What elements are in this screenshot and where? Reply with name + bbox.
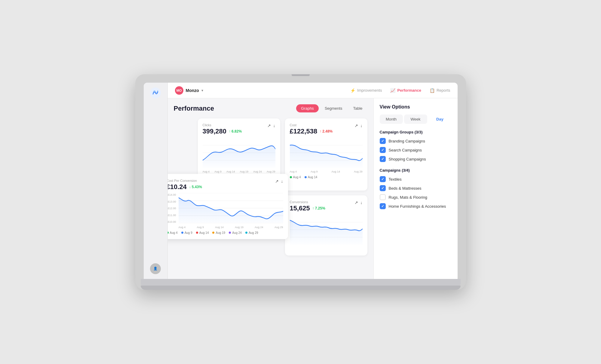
legend-aug29: Aug 29	[245, 231, 258, 234]
conversions-expand-button[interactable]: ↗	[354, 200, 358, 205]
y-label-3: £11.00	[168, 213, 176, 216]
checkbox-branding[interactable]: ✓ Branding Campaigns	[380, 138, 452, 144]
conversions-card: Conversions 15,625 ↑ 7.25%	[285, 195, 367, 255]
cost-value: £122,538	[290, 127, 317, 135]
cost-arrow-icon: ↑	[320, 129, 321, 133]
cost-chart-svg	[290, 138, 363, 168]
performance-title: Performance	[174, 105, 214, 112]
conversions-value-row: 15,625 ↑ 7.25%	[290, 204, 325, 212]
view-options-title: View Options	[380, 104, 452, 110]
sidebar-logo	[150, 87, 161, 99]
cost-legend-1: Aug 4	[290, 176, 301, 179]
cost-legend-2: Aug 14	[305, 176, 317, 179]
cpc-change-value: 5.43%	[192, 185, 202, 189]
tab-graphs[interactable]: Graphs	[296, 104, 319, 112]
checkbox-branding-label: Branding Campaigns	[389, 139, 425, 143]
user-avatar[interactable]: 👤	[150, 263, 161, 274]
cost-header: Cost £122,538 ↑ 2.48%	[290, 123, 363, 135]
laptop-base	[141, 279, 461, 286]
checkbox-beds-label: Beds & Mattresses	[389, 186, 422, 191]
nav-items: ⚡ Improvements 📈 Performance 📋 Reports	[350, 88, 450, 93]
cost-card: Cost £122,538 ↑ 2.48%	[285, 118, 367, 191]
clicks-header: Clicks 399,280 ↑ 6.82%	[203, 123, 275, 135]
sidebar: 👤	[144, 83, 168, 279]
checkbox-textiles-box: ✓	[380, 176, 386, 182]
tab-segments[interactable]: Segments	[320, 104, 347, 112]
y-label-2: £12.00	[168, 207, 176, 210]
checkbox-shopping-label: Shopping Campaigns	[389, 157, 426, 161]
brand-pill[interactable]: MO Monzo ▾	[175, 86, 203, 95]
x-label-5: Aug 29	[274, 226, 283, 229]
cpc-y-axis: £14.00 £13.00 £12.00 £11.00 £10.00	[168, 193, 177, 223]
cpc-value: £10.24	[168, 183, 187, 191]
checkbox-beds-box: ✓	[380, 185, 386, 191]
checkbox-search[interactable]: ✓ Search Campaigns	[380, 147, 452, 153]
checkbox-branding-box: ✓	[380, 138, 386, 144]
cost-x-axis: Aug 4Aug 9Aug 14Aug 29	[290, 170, 363, 173]
checkbox-textiles-label: Textiles	[389, 177, 402, 182]
laptop-screen: 👤 MO Monzo ▾ ⚡ Improvements	[144, 83, 458, 279]
clicks-expand-button[interactable]: ↗	[267, 123, 271, 128]
checkbox-home[interactable]: ✓ Home Furnishings & Accessories	[380, 203, 452, 209]
conversions-label: Conversions	[290, 200, 325, 204]
brand-initials: MO	[175, 86, 183, 95]
checkbox-home-box: ✓	[380, 203, 386, 209]
tab-month[interactable]: Month	[380, 115, 403, 124]
checkbox-rugs[interactable]: Rugs, Mats & Flooring	[380, 194, 452, 200]
x-label-0: Aug 4	[179, 226, 186, 229]
charts-container: Cost Per Conversion £10.24 ↓ 5.43%	[174, 118, 367, 255]
tab-table[interactable]: Table	[348, 104, 367, 112]
x-label-1: Aug 9	[197, 226, 204, 229]
cost-expand-button[interactable]: ↗	[354, 123, 358, 128]
clicks-change: ↑ 6.82%	[229, 129, 242, 133]
checkmark-icon: ✓	[381, 139, 384, 143]
conversions-header: Conversions 15,625 ↑ 7.25%	[290, 200, 363, 212]
cpc-download-button[interactable]: ↓	[281, 179, 283, 184]
y-label-4: £10.00	[168, 220, 176, 223]
tab-day[interactable]: Day	[428, 115, 452, 124]
checkbox-beds[interactable]: ✓ Beds & Mattresses	[380, 185, 452, 191]
cost-value-row: £122,538 ↑ 2.48%	[290, 127, 333, 135]
cpc-value-row: £10.24 ↓ 5.43%	[168, 183, 202, 191]
nav-label-improvements: Improvements	[357, 88, 382, 93]
clicks-change-value: 6.82%	[232, 129, 242, 133]
clicks-value: 399,280	[203, 127, 227, 135]
conversions-download-button[interactable]: ↓	[360, 200, 363, 205]
x-label-4: Aug 24	[255, 226, 263, 229]
nav-item-reports[interactable]: 📋 Reports	[430, 88, 450, 93]
tab-week[interactable]: Week	[404, 115, 427, 124]
legend-aug24: Aug 24	[229, 231, 242, 234]
x-label-2: Aug 14	[215, 226, 224, 229]
charts-area: Performance Graphs Segments Table	[168, 98, 373, 279]
cost-change: ↑ 2.48%	[320, 129, 333, 133]
checkbox-home-label: Home Furnishings & Accessories	[389, 204, 446, 209]
checkbox-search-box: ✓	[380, 147, 386, 153]
checkbox-textiles[interactable]: ✓ Textiles	[380, 176, 452, 182]
cpc-change: ↓ 5.43%	[189, 185, 202, 189]
top-nav: MO Monzo ▾ ⚡ Improvements 📈 Performance	[168, 83, 458, 98]
cpc-expand-button[interactable]: ↗	[275, 179, 279, 184]
cpc-x-axis: Aug 4 Aug 9 Aug 14 Aug 19 Aug 24 Aug 29	[179, 226, 283, 229]
checkbox-shopping[interactable]: ✓ Shopping Campaigns	[380, 156, 452, 162]
clicks-download-button[interactable]: ↓	[273, 123, 275, 128]
content-area: Performance Graphs Segments Table	[168, 98, 458, 279]
clicks-actions: ↗ ↓	[267, 123, 275, 128]
brand-name: Monzo	[186, 88, 199, 93]
nav-label-performance: Performance	[397, 88, 421, 93]
cpc-actions: ↗ ↓	[275, 179, 283, 184]
checkmark-icon: ✓	[381, 186, 384, 190]
nav-item-performance[interactable]: 📈 Performance	[390, 88, 421, 93]
cpc-chart-wrapper: £14.00 £13.00 £12.00 £11.00 £10.00	[168, 193, 283, 229]
cost-download-button[interactable]: ↓	[360, 123, 363, 128]
y-label-1: £13.00	[168, 200, 176, 203]
checkmark-icon: ✓	[381, 204, 384, 208]
cost-label: Cost	[290, 123, 333, 127]
cost-actions: ↗ ↓	[354, 123, 363, 128]
laptop-notch	[292, 74, 310, 76]
conversions-change-value: 7.25%	[315, 206, 325, 210]
x-label-3: Aug 19	[235, 226, 244, 229]
campaign-groups-title: Campaign Groups (3/3)	[380, 130, 452, 134]
performance-header: Performance Graphs Segments Table	[174, 104, 367, 112]
nav-item-improvements[interactable]: ⚡ Improvements	[350, 88, 382, 93]
legend-aug9: Aug 9	[181, 231, 192, 234]
